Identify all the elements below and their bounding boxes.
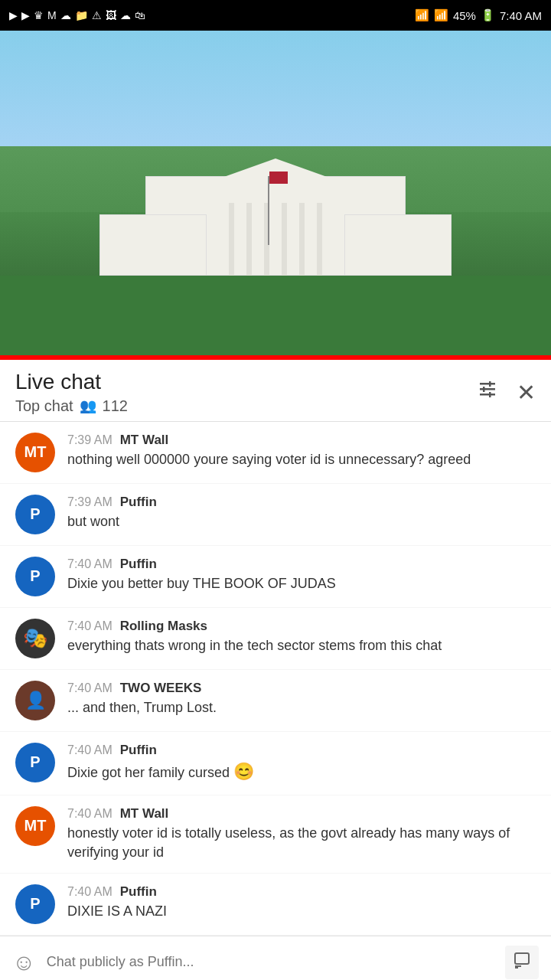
bag-icon: 🛍 [135,9,145,21]
message-time: 7:40 AM [67,619,112,633]
people-icon: 👥 [80,397,96,414]
avatar: P [15,884,55,924]
message-meta: 7:40 AM Rolling Masks [67,619,536,634]
message-content: 7:39 AM Puffin but wont [67,495,536,531]
chat-messages: MT 7:39 AM MT Wall nothing well 000000 y… [0,422,551,936]
close-icon[interactable]: ✕ [517,379,536,406]
avatar: 👤 [15,681,55,720]
send-button[interactable] [505,946,539,979]
emoji-button[interactable]: ☺ [12,949,36,975]
message-author: Puffin [120,884,157,900]
message-author: Rolling Masks [120,619,207,634]
mastodon-icon: M [47,9,57,21]
avatar: MT [15,433,55,472]
message-author: Puffin [120,557,157,572]
avatar: P [15,557,55,596]
filter-icon[interactable] [477,379,498,406]
play-icon: ▶ [9,9,18,21]
message-meta: 7:40 AM Puffin [67,884,536,900]
message-time: 7:40 AM [67,743,112,757]
chat-message: MT 7:40 AM MT Wall honestly voter id is … [0,795,551,874]
send-icon [513,951,531,973]
message-content: 7:40 AM Puffin Dixie got her family curs… [67,743,536,784]
image-icon: 🖼 [106,9,116,21]
message-time: 7:40 AM [67,681,112,695]
message-meta: 7:40 AM TWO WEEKS [67,681,536,696]
wifi-icon: 📶 [415,8,429,22]
svg-rect-0 [480,383,495,385]
message-meta: 7:40 AM MT Wall [67,806,536,822]
message-author: MT Wall [120,433,169,448]
chat-message: 👤 7:40 AM TWO WEEKS ... and then, Trump … [0,670,551,732]
message-content: 7:39 AM MT Wall nothing well 000000 your… [67,433,536,469]
svg-rect-8 [515,967,518,969]
avatar: P [15,743,55,782]
chat-message: P 7:40 AM Puffin Dixie you better buy TH… [0,546,551,608]
message-content: 7:40 AM Puffin Dixie you better buy THE … [67,557,536,593]
svg-rect-2 [480,394,495,396]
message-content: 7:40 AM MT Wall honestly voter id is tot… [67,806,536,862]
message-content: 7:40 AM Rolling Masks everything thats w… [67,619,536,655]
message-time: 7:39 AM [67,433,112,447]
message-time: 7:40 AM [67,557,112,571]
chat-input-area: ☺ [0,936,551,980]
cloud-icon: ☁ [60,9,71,21]
message-content: 7:40 AM TWO WEEKS ... and then, Trump Lo… [67,681,536,717]
message-meta: 7:40 AM Puffin [67,557,536,572]
chat-message: P 7:39 AM Puffin but wont [0,484,551,546]
message-text: ... and then, Trump Lost. [67,698,536,717]
chat-input[interactable] [47,954,497,970]
avatar: P [15,495,55,534]
chat-message: P 7:40 AM Puffin DIXIE IS A NAZI [0,874,551,936]
folder-icon: 📁 [75,9,88,21]
video-player[interactable] [0,31,551,360]
message-text: Dixie you better buy THE BOOK OF JUDAS [67,574,536,593]
progress-bar [0,355,551,360]
message-time: 7:40 AM [67,807,112,821]
top-chat-label: Top chat [15,397,73,415]
svg-rect-3 [489,381,491,387]
battery-icon: 🔋 [481,8,495,22]
message-time: 7:40 AM [67,885,112,899]
message-author: MT Wall [120,806,169,822]
cloud2-icon: ☁ [120,9,131,21]
warning-icon: ⚠ [92,9,102,21]
avatar: 🎭 [15,619,55,658]
battery-text: 45% [453,9,476,22]
message-text: everything thats wrong in the tech secto… [67,636,536,655]
svg-rect-5 [489,392,491,397]
chat-header-info: Live chat Top chat 👥 112 [15,371,128,415]
chat-message: 🎭 7:40 AM Rolling Masks everything thats… [0,608,551,670]
message-text: Dixie got her family cursed 😊 [67,760,536,784]
emoji-icon: 😊 [233,762,254,781]
signal-icon: 📶 [434,8,448,22]
message-text: honestly voter id is totally useless, as… [67,824,536,862]
message-author: Puffin [120,495,157,510]
youtube-icon: ▶ [21,9,30,21]
svg-rect-1 [480,388,495,390]
chat-title: Live chat [15,371,128,394]
message-meta: 7:39 AM MT Wall [67,433,536,448]
message-text: but wont [67,512,536,531]
status-icons-left: ▶ ▶ ♛ M ☁ 📁 ⚠ 🖼 ☁ 🛍 [9,9,145,21]
message-content: 7:40 AM Puffin DIXIE IS A NAZI [67,884,536,921]
chat-message: P 7:40 AM Puffin Dixie got her family cu… [0,732,551,795]
svg-rect-6 [515,953,529,964]
svg-rect-7 [515,965,521,967]
status-bar: ▶ ▶ ♛ M ☁ 📁 ⚠ 🖼 ☁ 🛍 📶 📶 45% 🔋 7:40 AM [0,0,551,31]
viewer-count: 112 [103,397,128,415]
message-text: nothing well 000000 youre saying voter i… [67,450,536,469]
message-meta: 7:40 AM Puffin [67,743,536,758]
message-author: TWO WEEKS [120,681,202,696]
message-time: 7:39 AM [67,495,112,509]
chat-header-actions: ✕ [477,379,536,406]
chat-subtitle: Top chat 👥 112 [15,397,128,415]
message-meta: 7:39 AM Puffin [67,495,536,510]
chat-header: Live chat Top chat 👥 112 ✕ [0,360,551,422]
avatar: MT [15,806,55,846]
message-text: DIXIE IS A NAZI [67,902,536,921]
svg-rect-4 [483,387,485,392]
time-display: 7:40 AM [500,9,542,22]
status-icons-right: 📶 📶 45% 🔋 7:40 AM [415,8,542,22]
message-author: Puffin [120,743,157,758]
